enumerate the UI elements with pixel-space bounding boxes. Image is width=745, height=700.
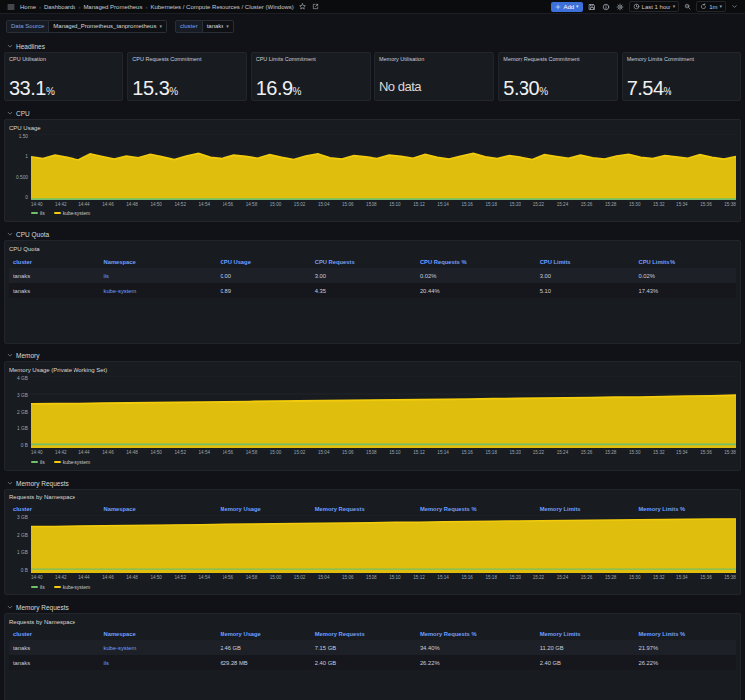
column-header[interactable]: Namespace [100, 506, 217, 512]
table-header-row: clusterNamespaceMemory UsageMemory Reque… [9, 628, 736, 640]
save-dashboard-icon[interactable] [587, 3, 597, 11]
x-tick-label: 14:46 [102, 202, 114, 207]
x-tick-label: 15:24 [557, 202, 569, 207]
table-cell: 17.43% [634, 288, 735, 294]
namespace-link[interactable]: kube-system [100, 645, 217, 651]
x-tick-label: 15:10 [389, 575, 401, 580]
x-tick-label: 14:48 [126, 575, 138, 580]
column-header[interactable]: cluster [9, 259, 100, 265]
column-header[interactable]: Memory Limits [536, 631, 635, 637]
x-tick-label: 15:24 [557, 450, 569, 455]
panel-title[interactable]: CPU Quota [9, 243, 736, 255]
dashboard-settings-icon[interactable] [615, 3, 625, 11]
table-cell: 11.20 GB [536, 645, 635, 651]
breadcrumb-dashboards[interactable]: Dashboards [44, 4, 75, 10]
namespace-link[interactable]: ils [100, 660, 217, 666]
column-header[interactable]: Memory Limits % [634, 506, 735, 512]
menu-icon[interactable] [6, 3, 16, 11]
panel-title[interactable]: Memory Usage (Private Working Set) [9, 364, 736, 376]
y-axis: 1.5010.5000 [9, 134, 31, 200]
x-tick-label: 14:48 [126, 450, 138, 455]
section-cpu[interactable]: CPU [0, 107, 745, 119]
column-header[interactable]: Memory Requests [311, 506, 416, 512]
legend-item-kube-system[interactable]: kube-system [54, 459, 90, 465]
column-header[interactable]: Memory Limits % [634, 631, 735, 637]
column-header[interactable]: Memory Requests % [416, 631, 536, 637]
share-icon[interactable] [311, 3, 320, 10]
favorite-star-icon[interactable] [298, 3, 307, 10]
column-header[interactable]: Memory Usage [217, 506, 311, 512]
panel-title[interactable]: Requests by Namespace [9, 616, 736, 628]
table-row[interactable]: tanakskube-system0.894.3520.44%5.1017.43… [9, 283, 736, 298]
legend-item-ils[interactable]: ils [31, 210, 45, 216]
table-cell: 4.35 [311, 288, 416, 294]
column-header[interactable]: Namespace [100, 259, 217, 265]
datasource-select[interactable]: Managed_Prometheus_tanprometheus ▾ [49, 20, 167, 33]
column-header[interactable]: CPU Usage [217, 259, 311, 265]
panel-title[interactable]: CPU Usage [9, 122, 736, 134]
table-row[interactable]: tanaksils0.003.000.02%3.000.02% [9, 268, 736, 283]
y-tick-label: 1 GB [17, 550, 28, 555]
section-memory-requests[interactable]: Memory Requests [0, 477, 745, 489]
x-tick-label: 15:28 [605, 202, 617, 207]
panel-title[interactable]: Requests by Namespace [9, 491, 736, 503]
column-header[interactable]: CPU Requests % [416, 259, 536, 265]
breadcrumb-home[interactable]: Home [20, 4, 36, 10]
stat-cpu-utilisation[interactable]: CPU Utilisation 33.1% [4, 52, 123, 101]
legend-item-kube-system[interactable]: kube-system [54, 584, 90, 590]
namespace-link[interactable]: ils [100, 273, 217, 279]
x-tick-label: 14:48 [126, 202, 138, 207]
column-header[interactable]: CPU Requests [311, 259, 416, 265]
stat-memory-requests-commitment[interactable]: Memory Requests Commitment 5.30% [498, 52, 617, 101]
column-header[interactable]: CPU Limits % [634, 259, 735, 265]
table-cell: tanaks [9, 273, 100, 279]
cluster-select[interactable]: tanaks ▾ [203, 20, 234, 33]
column-header[interactable]: Memory Requests [311, 631, 416, 637]
y-tick-label: 1 [25, 154, 28, 159]
stat-value: 15.3 [132, 78, 169, 98]
dashboard-info-icon[interactable] [601, 3, 611, 11]
headline-stats-row: CPU Utilisation 33.1% CPU Requests Commi… [0, 52, 745, 101]
legend-item-kube-system[interactable]: kube-system [54, 210, 90, 216]
x-tick-label: 15:36 [700, 202, 712, 207]
table-row[interactable]: tanakskube-system2.46 GB7.15 GB34.40%11.… [9, 640, 736, 655]
section-headlines[interactable]: Headlines [0, 40, 745, 52]
stat-memory-utilisation[interactable]: Memory Utilisation No data [374, 52, 494, 101]
x-tick-label: 15:20 [510, 202, 522, 207]
section-cpu-quota[interactable]: CPU Quota [0, 228, 745, 240]
add-button-label: Add [563, 4, 574, 10]
column-header[interactable]: cluster [9, 631, 100, 637]
stat-cpu-requests-commitment[interactable]: CPU Requests Commitment 15.3% [127, 52, 246, 101]
section-memory-requests-2[interactable]: Memory Requests [0, 601, 745, 613]
column-header[interactable]: Memory Limits [536, 506, 635, 512]
kiosk-chevron-icon[interactable] [730, 3, 739, 10]
column-header[interactable]: CPU Limits [536, 259, 635, 265]
cpu-usage-chart[interactable] [31, 134, 736, 200]
breadcrumb-separator: › [78, 4, 80, 10]
x-axis: 14:4014:4214:4414:4614:4814:5014:5214:54… [31, 200, 736, 209]
x-tick-label: 14:56 [223, 575, 234, 580]
section-memory[interactable]: Memory [0, 350, 745, 361]
time-range-picker[interactable]: Last 1 hour ▾ [629, 1, 680, 12]
zoom-out-icon[interactable] [683, 3, 692, 10]
column-header[interactable]: Namespace [100, 631, 217, 637]
table-row[interactable]: tanaksils629.28 MB2.40 GB26.22%2.40 GB26… [9, 655, 736, 670]
namespace-link[interactable]: kube-system [100, 288, 217, 294]
legend-swatch [31, 461, 38, 463]
breadcrumb-dashboard-title: Kubernetes / Compute Resources / Cluster… [150, 4, 293, 10]
legend-item-ils[interactable]: ils [31, 459, 45, 465]
add-button[interactable]: Add ▾ [551, 2, 582, 12]
column-header[interactable]: Memory Usage [217, 631, 311, 637]
breadcrumb-folder[interactable]: Managed Prometheus [83, 4, 142, 10]
requests-by-namespace-chart[interactable] [31, 515, 736, 573]
legend-item-ils[interactable]: ils [31, 584, 45, 590]
stat-cpu-limits-commitment[interactable]: CPU Limits Commitment 16.9% [251, 52, 371, 101]
x-tick-label: 15:32 [653, 450, 665, 455]
column-header[interactable]: Memory Requests % [416, 506, 536, 512]
refresh-control[interactable]: 1m ▾ [696, 1, 726, 12]
column-header[interactable]: cluster [9, 506, 100, 512]
memory-usage-chart[interactable] [31, 376, 736, 448]
refresh-icon [700, 3, 707, 10]
cpu-quota-table: clusterNamespaceCPU UsageCPU RequestsCPU… [9, 255, 736, 298]
stat-memory-limits-commitment[interactable]: Memory Limits Commitment 7.54% [622, 52, 741, 101]
